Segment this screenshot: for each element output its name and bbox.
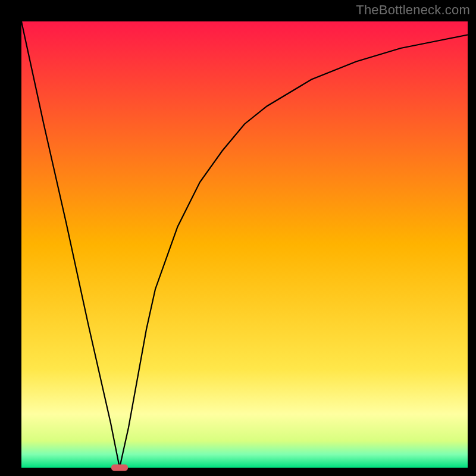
plot-background (21, 21, 468, 468)
chart-svg (0, 0, 476, 476)
attribution-label: TheBottleneck.com (356, 2, 470, 18)
chart-frame: TheBottleneck.com (0, 0, 476, 476)
optimum-marker (111, 465, 128, 471)
